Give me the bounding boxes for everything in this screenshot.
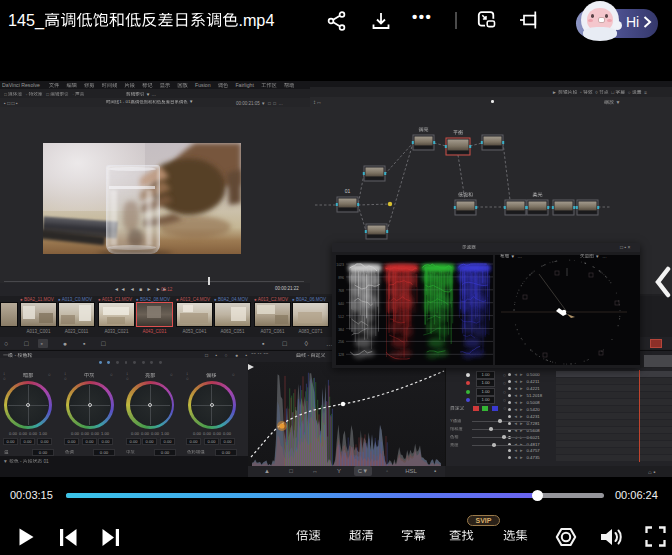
svg-text:.mp4: .mp4 <box>238 13 274 29</box>
svg-text:-: - <box>13 353 17 358</box>
svg-text:○: ○ <box>625 90 632 95</box>
svg-text:□: □ <box>42 92 50 97</box>
svg-text:145_: 145_ <box>8 13 45 30</box>
svg-text:◦: ◦ <box>22 92 29 97</box>
svg-text:◦: ◦ <box>577 90 583 95</box>
svg-text:▼: ▼ <box>614 100 620 105</box>
svg-text:▼ …: ▼ … <box>594 254 607 259</box>
svg-text:Fairlight: Fairlight <box>228 83 261 88</box>
svg-text:∙: ∙ <box>69 92 75 97</box>
svg-text:▼: ▼ <box>3 459 9 464</box>
svg-text:896: 896 <box>338 276 344 280</box>
svg-text:384: 384 <box>338 328 344 332</box>
svg-text:512: 512 <box>338 315 344 319</box>
svg-text:▼ …: ▼ … <box>144 92 156 97</box>
svg-text:Fusion: Fusion <box>188 83 218 88</box>
svg-text:-: - <box>306 353 310 358</box>
svg-text:1 - 01: 1 - 01 <box>120 100 132 104</box>
svg-text:640: 640 <box>338 302 344 306</box>
svg-text:256: 256 <box>338 340 344 344</box>
svg-text:▼: ▼ <box>188 100 194 104</box>
svg-text:≡: ≡ <box>642 90 648 95</box>
svg-text:128: 128 <box>338 353 344 357</box>
svg-text:□: □ <box>609 90 616 95</box>
svg-text:◊: ◊ <box>593 90 599 95</box>
svg-text:01: 01 <box>42 459 49 464</box>
svg-text:01: 01 <box>345 188 351 194</box>
svg-text:-: - <box>19 459 23 464</box>
svg-text:▼ …: ▼ … <box>509 254 522 259</box>
svg-text:DaVinci Resolve: DaVinci Resolve <box>2 83 49 88</box>
svg-text:►: ► <box>552 90 558 95</box>
svg-text:□: □ <box>4 92 8 97</box>
svg-text:1023: 1023 <box>336 263 344 267</box>
svg-text:768: 768 <box>338 289 344 293</box>
